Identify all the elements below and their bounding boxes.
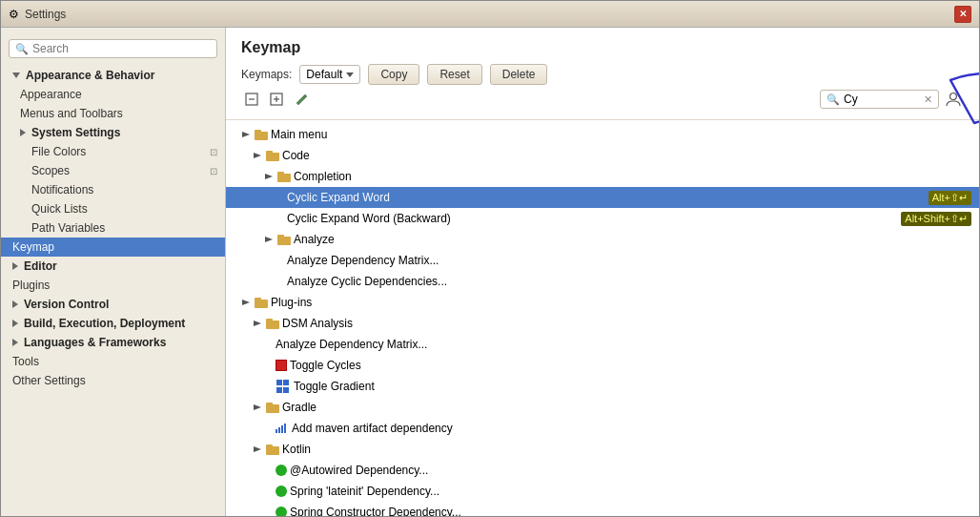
sidebar-search-input[interactable]: [32, 42, 211, 55]
tree-row-plugins[interactable]: Plug-ins: [226, 292, 979, 313]
sidebar-item-file-colors[interactable]: File Colors ⊡: [1, 142, 225, 161]
tree-row-gradle[interactable]: Gradle: [226, 397, 979, 418]
tree-label-gradle: Gradle: [282, 401, 971, 414]
sidebar-item-keymap[interactable]: Keymap: [1, 238, 225, 257]
tree-row-cyclic-expand-word[interactable]: Cyclic Expand Word Alt+⇧↵: [226, 187, 979, 208]
sidebar-item-system-settings[interactable]: System Settings: [1, 123, 225, 142]
person-icon: [945, 91, 962, 108]
spring-constructor-icon: [276, 507, 287, 516]
folder-icon: [277, 234, 291, 245]
sidebar-item-notifications[interactable]: Notifications: [1, 180, 225, 199]
tree-row-spring-constructor[interactable]: Spring Constructor Dependency...: [226, 502, 979, 516]
tree-label-kotlin: Kotlin: [282, 443, 971, 456]
tree-row-analyze-dep-matrix[interactable]: Analyze Dependency Matrix...: [226, 250, 979, 271]
title-bar: ⚙ Settings ✕: [1, 1, 979, 28]
svg-rect-8: [255, 130, 261, 134]
tree-arrow-code: [253, 150, 264, 161]
sidebar-item-version-control[interactable]: Version Control: [1, 295, 225, 314]
user-icon-button[interactable]: [943, 89, 964, 110]
sidebar-item-build-execution[interactable]: Build, Execution, Deployment: [1, 314, 225, 333]
tree-area[interactable]: Main menu Code: [226, 120, 979, 516]
tree-label-dsm-analysis: DSM Analysis: [282, 317, 971, 330]
svg-marker-24: [254, 404, 261, 410]
search-input[interactable]: [844, 93, 920, 106]
main-header: Keymap Keymaps: Default Copy Reset Delet…: [226, 28, 979, 120]
sidebar-item-editor[interactable]: Editor: [1, 257, 225, 276]
shortcut-cyclic-expand-word: Alt+⇧↵: [929, 191, 971, 205]
edit-button[interactable]: [291, 89, 312, 110]
tree-row-toggle-cycles[interactable]: Toggle Cycles: [226, 355, 979, 376]
tree-label-completion: Completion: [294, 170, 971, 183]
svg-marker-12: [265, 174, 273, 179]
tree-row-main-menu[interactable]: Main menu: [226, 124, 979, 145]
tree-label-cyclic-expand-word-back: Cyclic Expand Word (Backward): [287, 212, 901, 225]
keymap-value: Default: [306, 68, 342, 81]
reset-button[interactable]: Reset: [427, 64, 481, 85]
sidebar-item-tools[interactable]: Tools: [1, 352, 225, 371]
close-button[interactable]: ✕: [954, 6, 971, 23]
tree-row-cyclic-expand-word-back[interactable]: Cyclic Expand Word (Backward) Alt+Shift+…: [226, 208, 979, 229]
sidebar-item-path-variables[interactable]: Path Variables: [1, 218, 225, 238]
tree-label-cyclic-expand-word: Cyclic Expand Word: [287, 191, 929, 204]
tree-row-analyze-dep-matrix2[interactable]: Analyze Dependency Matrix...: [226, 334, 979, 355]
expand-all-button[interactable]: [241, 89, 262, 110]
tree-arrow-main-menu: [241, 129, 253, 140]
sidebar-item-appearance-behavior[interactable]: Appearance & Behavior: [1, 66, 225, 85]
expand-icon: [20, 129, 26, 136]
autowired-icon: [276, 465, 287, 476]
svg-rect-23: [266, 319, 273, 322]
search-clear-icon[interactable]: ✕: [924, 93, 932, 106]
sidebar-item-other-settings[interactable]: Other Settings: [1, 371, 225, 390]
sidebar-item-plugins[interactable]: Plugins: [1, 276, 225, 295]
sidebar: 🔍 Appearance & Behavior Appearance Menus…: [1, 28, 226, 516]
title-bar-left: ⚙ Settings: [9, 8, 66, 21]
tree-row-analyze[interactable]: Analyze: [226, 229, 979, 250]
tree-label-lateinit: Spring 'lateinit' Dependency...: [290, 485, 971, 498]
folder-icon: [266, 444, 279, 455]
tree-label-analyze-dep-matrix2: Analyze Dependency Matrix...: [276, 338, 971, 351]
svg-rect-26: [266, 403, 273, 406]
tree-row-lateinit[interactable]: Spring 'lateinit' Dependency...: [226, 481, 979, 502]
tree-label-autowired: @Autowired Dependency...: [290, 464, 971, 477]
tree-arrow-plugins: [241, 297, 253, 308]
tree-row-completion[interactable]: Completion: [226, 166, 979, 187]
tree-row-toggle-gradient[interactable]: Toggle Gradient: [226, 376, 979, 397]
svg-rect-17: [277, 235, 284, 238]
tree-row-dsm-analysis[interactable]: DSM Analysis: [226, 313, 979, 334]
sidebar-item-menus-toolbars[interactable]: Menus and Toolbars: [1, 104, 225, 123]
expand-icon: [12, 339, 18, 346]
tree-label-analyze-cyclic: Analyze Cyclic Dependencies...: [287, 275, 971, 288]
pencil-icon: [294, 92, 309, 107]
sidebar-item-quick-lists[interactable]: Quick Lists: [1, 199, 225, 218]
tree-arrow-dsm-analysis: [253, 318, 264, 329]
tree-arrow-gradle: [253, 402, 264, 413]
delete-button[interactable]: Delete: [490, 64, 548, 85]
svg-marker-6: [242, 132, 250, 137]
sidebar-item-appearance[interactable]: Appearance: [1, 85, 225, 104]
tree-label-code: Code: [282, 149, 971, 162]
sidebar-search-icon: 🔍: [15, 43, 29, 55]
collapse-all-icon: [269, 92, 284, 107]
search-icon: 🔍: [827, 93, 840, 106]
tree-label-main-menu: Main menu: [271, 128, 971, 141]
folder-icon: [255, 129, 268, 140]
shortcut-cyclic-expand-word-back: Alt+Shift+⇧↵: [901, 212, 971, 226]
tree-label-analyze: Analyze: [294, 233, 971, 246]
tree-row-code[interactable]: Code: [226, 145, 979, 166]
folder-icon: [255, 297, 268, 308]
sidebar-item-languages-frameworks[interactable]: Languages & Frameworks: [1, 333, 225, 352]
expand-all-icon: [244, 92, 259, 107]
keymap-dropdown[interactable]: Default: [299, 65, 360, 84]
sidebar-item-scopes[interactable]: Scopes ⊡: [1, 161, 225, 180]
folder-icon: [266, 402, 279, 413]
tree-row-kotlin[interactable]: Kotlin: [226, 439, 979, 460]
copy-button[interactable]: Copy: [368, 64, 419, 85]
tree-row-analyze-cyclic[interactable]: Analyze Cyclic Dependencies...: [226, 271, 979, 292]
search-right[interactable]: 🔍 ✕: [820, 90, 939, 109]
collapse-all-button[interactable]: [266, 89, 287, 110]
tree-row-autowired[interactable]: @Autowired Dependency...: [226, 460, 979, 481]
tree-label-add-maven: Add maven artifact dependency: [292, 422, 971, 435]
tree-label-plugins: Plug-ins: [271, 296, 971, 309]
tree-row-add-maven[interactable]: Add maven artifact dependency: [226, 418, 979, 439]
sidebar-search-box[interactable]: 🔍: [9, 39, 217, 58]
